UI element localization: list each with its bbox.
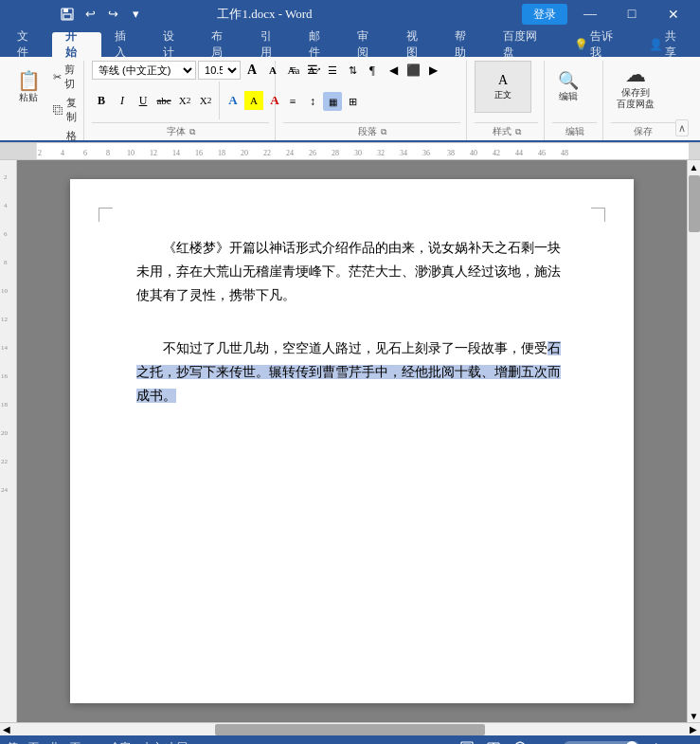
- svg-text:22: 22: [1, 458, 9, 465]
- tab-help[interactable]: 帮助: [441, 32, 490, 57]
- horizontal-scrollbar[interactable]: ◀ ▶: [0, 722, 700, 735]
- align-center-button[interactable]: ⬛: [404, 61, 422, 80]
- numbering-button[interactable]: ☰: [303, 61, 322, 80]
- svg-text:18: 18: [1, 401, 9, 408]
- line-spacing-button[interactable]: ↕: [303, 92, 322, 111]
- tab-tellme[interactable]: 💡告诉我: [561, 32, 636, 57]
- web-layout-button[interactable]: [511, 738, 529, 744]
- scroll-down-button[interactable]: ▼: [688, 709, 701, 722]
- tab-layout[interactable]: 布局: [198, 32, 246, 57]
- print-layout-button[interactable]: [458, 738, 476, 744]
- svg-text:16: 16: [195, 149, 203, 157]
- save-to-baidu-button[interactable]: ☁ 保存到百度网盘: [611, 61, 660, 114]
- zoom-out-button[interactable]: −: [537, 738, 556, 744]
- font-name-select[interactable]: 等线 (中文正文): [92, 61, 196, 80]
- save-icon[interactable]: [57, 5, 78, 24]
- ribbon-content: 📋 粘贴 ✂ 剪切 ⿻ 复制 🖌 格式刷: [0, 57, 700, 142]
- bullets-button[interactable]: ≡: [283, 61, 302, 80]
- vertical-scrollbar[interactable]: ▲ ▼: [687, 160, 700, 722]
- font-format-row: B I U abc X2 X2 A A A: [92, 82, 284, 119]
- align-left-button[interactable]: ◀: [384, 61, 403, 80]
- text-highlight-button[interactable]: A: [244, 91, 263, 110]
- word-count: 139 个字: [92, 740, 131, 745]
- svg-text:34: 34: [400, 149, 407, 157]
- title-bar: ↩ ↪ ▾ 工作1.docx - Word 登录 — □ ✕: [0, 0, 700, 28]
- paragraph-buttons: ≡ ☰ ☰ ⇅ ¶ ◀ ⬛ ▶ ≡ ↕ ▦ ⊞: [283, 61, 460, 122]
- minimize-button[interactable]: —: [571, 0, 609, 28]
- copy-button[interactable]: ⿻ 复制: [49, 94, 81, 126]
- svg-text:22: 22: [263, 149, 271, 157]
- tab-design[interactable]: 设计: [150, 32, 198, 57]
- quick-access-toolbar: ↩ ↪ ▾: [57, 5, 146, 24]
- scroll-thumb[interactable]: [689, 175, 700, 232]
- redo-icon[interactable]: ↪: [102, 5, 123, 24]
- save-cloud-group-label: 保存: [611, 122, 675, 140]
- sort-button[interactable]: ⇅: [343, 61, 362, 80]
- zoom-in-button[interactable]: +: [647, 738, 666, 744]
- border-button[interactable]: ⊞: [343, 92, 362, 111]
- ruler-marks: 2 4 6 8 10 12 14 16 18 20 22 24 26 28 30…: [36, 143, 689, 159]
- scroll-up-button[interactable]: ▲: [688, 160, 701, 173]
- scroll-left-button[interactable]: ◀: [0, 723, 13, 736]
- normal-style-button[interactable]: A 正文: [475, 61, 531, 113]
- tab-file[interactable]: 文件: [4, 32, 52, 57]
- tab-mailings[interactable]: 邮件: [296, 32, 344, 57]
- read-mode-button[interactable]: [484, 738, 503, 744]
- tab-references[interactable]: 引用: [247, 32, 296, 57]
- svg-text:6: 6: [83, 149, 87, 157]
- ribbon-collapse-button[interactable]: ∧: [675, 119, 689, 136]
- text-effect-button[interactable]: A: [224, 91, 242, 110]
- h-scroll-track[interactable]: [13, 723, 687, 735]
- font-size-increase-button[interactable]: A: [242, 61, 261, 80]
- svg-text:10: 10: [127, 149, 135, 157]
- styles-dialog-launcher[interactable]: ⧉: [515, 127, 521, 137]
- find-button[interactable]: 🔍 编辑: [552, 61, 584, 113]
- tab-review[interactable]: 审阅: [344, 32, 392, 57]
- tab-home[interactable]: 开始: [52, 32, 100, 57]
- subscript-button[interactable]: X2: [175, 91, 194, 110]
- outline-button[interactable]: ☰: [323, 61, 342, 80]
- underline-button[interactable]: U: [134, 91, 153, 110]
- svg-text:44: 44: [515, 149, 523, 157]
- ruler-right-margin: [689, 143, 700, 159]
- paragraph-dialog-launcher[interactable]: ⧉: [381, 127, 386, 137]
- font-size-select[interactable]: 10.5: [198, 61, 241, 80]
- svg-text:10: 10: [1, 287, 9, 295]
- show-paragraph-button[interactable]: ¶: [363, 61, 382, 80]
- restore-button[interactable]: □: [613, 0, 651, 28]
- more-quick-access-icon[interactable]: ▾: [125, 5, 146, 24]
- superscript-button[interactable]: X2: [196, 91, 215, 110]
- paragraph-2[interactable]: 不知过了几世几劫，空空道人路过，见石上刻录了一段故事，便受石之托，抄写下来传世。…: [136, 336, 567, 408]
- svg-rect-1: [63, 9, 68, 12]
- italic-button[interactable]: I: [113, 91, 132, 110]
- paragraph-1[interactable]: 《红楼梦》开篇以神话形式介绍作品的由来，说女娲补天之石剩一块未用，弃在大荒山无稽…: [136, 236, 567, 308]
- vertical-ruler: 2 4 6 8 10 12 14 16 18 20 22 24: [0, 160, 17, 722]
- scroll-track[interactable]: [688, 173, 700, 709]
- undo-icon[interactable]: ↩: [80, 5, 100, 24]
- tab-insert[interactable]: 插入: [101, 32, 150, 57]
- paragraph-group: ≡ ☰ ☰ ⇅ ¶ ◀ ⬛ ▶ ≡ ↕ ▦ ⊞ 段落 ⧉: [278, 61, 467, 140]
- scroll-right-button[interactable]: ▶: [687, 723, 700, 736]
- svg-text:20: 20: [1, 429, 9, 437]
- align-right-button[interactable]: ▶: [423, 61, 442, 80]
- svg-text:36: 36: [422, 149, 430, 157]
- tab-view[interactable]: 视图: [393, 32, 441, 57]
- strikethrough-button[interactable]: abc: [154, 91, 173, 110]
- font-dialog-launcher[interactable]: ⧉: [189, 127, 195, 137]
- svg-text:48: 48: [561, 149, 568, 157]
- page-info: 第 1 页，共 1 页: [8, 740, 81, 745]
- justify-button[interactable]: ≡: [283, 92, 302, 111]
- tab-baidu[interactable]: 百度网盘: [490, 32, 561, 57]
- ribbon: 文件 开始 插入 设计 布局 引用 邮件 审阅 视图 帮助 百度网盘 💡告诉我 …: [0, 28, 700, 143]
- h-scroll-thumb[interactable]: [215, 724, 484, 735]
- login-button[interactable]: 登录: [522, 4, 567, 25]
- bold-button[interactable]: B: [92, 91, 111, 110]
- tab-share[interactable]: 👤共享: [636, 32, 700, 57]
- cut-button[interactable]: ✂ 剪切: [49, 61, 81, 93]
- corner-mark-tr: [591, 208, 605, 222]
- paste-button[interactable]: 📋 粘贴: [9, 61, 47, 113]
- shading-button[interactable]: ▦: [323, 92, 342, 111]
- close-button[interactable]: ✕: [655, 0, 692, 28]
- svg-text:46: 46: [538, 149, 546, 157]
- document-area[interactable]: 《红楼梦》开篇以神话形式介绍作品的由来，说女娲补天之石剩一块未用，弃在大荒山无稽…: [17, 160, 687, 722]
